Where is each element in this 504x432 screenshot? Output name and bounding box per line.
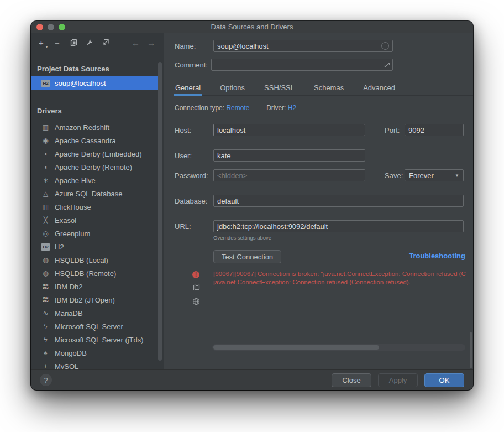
help-button[interactable]: ? (40, 374, 52, 386)
driver-item[interactable]: ◍HSQLDB (Local) (31, 253, 164, 267)
titlebar[interactable]: Data Sources and Drivers (31, 21, 473, 33)
expand-icon[interactable] (384, 61, 391, 71)
port-input[interactable] (405, 124, 464, 136)
driver-item[interactable]: IBMDB2IBM Db2 (JTOpen) (31, 293, 164, 306)
apache-derby-icon: ◖ (41, 150, 50, 158)
horizontal-scrollbar[interactable] (212, 344, 465, 351)
error-icon: ! (192, 271, 200, 278)
driver-item[interactable]: ◖Apache Derby (Remote) (31, 160, 164, 174)
tab-general[interactable]: General (175, 82, 201, 95)
driver-item-label: HSQLDB (Remote) (55, 269, 116, 278)
url-input[interactable] (213, 220, 464, 232)
comment-label: Comment: (175, 61, 208, 69)
comment-input[interactable] (211, 59, 393, 71)
driver-item[interactable]: ||||ClickHouse (31, 200, 164, 214)
web-search-icon[interactable] (192, 298, 200, 305)
save-dropdown[interactable]: Forever ▼ (405, 169, 464, 181)
driver-item[interactable]: H2H2 (31, 240, 164, 253)
error-line-2: java.net.ConnectException: Connection re… (213, 278, 466, 287)
close-button[interactable]: Close (332, 373, 371, 387)
dialog-footer: ? Close Apply OK (31, 369, 473, 390)
driver-item-label: H2 (55, 243, 64, 251)
driver-item-label: Amazon Redshift (55, 123, 109, 132)
forward-icon[interactable]: → (146, 38, 156, 48)
driver-item[interactable]: ϟMicrosoft SQL Server (31, 320, 164, 333)
horizontal-scrollbar-thumb[interactable] (213, 345, 379, 350)
back-icon[interactable]: ← (131, 38, 140, 48)
error-line-1: [90067][90067] Connection is broken: "ja… (213, 270, 466, 278)
name-input[interactable] (213, 40, 393, 52)
tab-schemas[interactable]: Schemas (313, 82, 344, 95)
url-note: Overrides settings above (213, 235, 271, 241)
exasol-icon: ╳ (41, 216, 50, 224)
data-source-label: soup@localhost (55, 79, 106, 87)
tab-options[interactable]: Options (219, 82, 245, 95)
driver-item-label: Apache Derby (Remote) (55, 163, 132, 171)
connection-type-row: Connection type: Remote Driver: H2 (175, 104, 296, 112)
mongodb-icon: ♠ (41, 349, 50, 357)
tab-bar: GeneralOptionsSSH/SSLSchemasAdvanced (175, 82, 473, 96)
window-title: Data Sources and Drivers (31, 23, 473, 31)
driver-value[interactable]: H2 (288, 104, 296, 112)
apache-hive-icon: ∗ (41, 176, 50, 184)
apache-derby-icon: ◖ (41, 163, 50, 171)
driver-item-label: IBM Db2 (JTOpen) (55, 296, 115, 304)
remove-icon[interactable]: − (53, 38, 62, 48)
driver-item-label: Azure SQL Database (55, 190, 122, 198)
data-source-item-selected[interactable]: H2 soup@localhost (31, 76, 158, 90)
driver-item[interactable]: ∗Apache Hive (31, 174, 164, 187)
driver-item[interactable]: ♠MongoDB (31, 346, 164, 360)
import-icon[interactable] (101, 38, 110, 48)
driver-item-label: Apache Derby (Embedded) (55, 150, 142, 158)
duplicate-icon[interactable] (69, 38, 78, 48)
driver-item[interactable]: ∿MariaDB (31, 306, 164, 320)
copy-error-icon[interactable] (192, 283, 200, 291)
driver-item-label: Apache Cassandra (55, 137, 116, 145)
driver-item[interactable]: ϟMicrosoft SQL Server (jTds) (31, 333, 164, 346)
sidebar-vertical-scrollbar[interactable] (158, 62, 162, 361)
wrench-icon[interactable] (85, 38, 94, 48)
troubleshooting-link[interactable]: Troubleshooting (409, 252, 465, 260)
ok-button[interactable]: OK (424, 373, 464, 387)
driver-item[interactable]: ◉Apache Cassandra (31, 134, 164, 147)
driver-item[interactable]: ╳Exasol (31, 214, 164, 227)
save-label: Save: (385, 171, 403, 180)
password-input[interactable] (213, 169, 365, 181)
connection-settings-panel: Name: Comment: GeneralOptionsSSH/SSLSche… (164, 33, 473, 369)
driver-item[interactable]: ◎Greenplum (31, 227, 164, 240)
mariadb-icon: ∿ (41, 309, 50, 317)
ibm-db2-icon: IBMDB2 (41, 297, 50, 303)
add-icon[interactable]: +▾ (36, 38, 46, 48)
tab-ssh-ssl[interactable]: SSH/SSL (264, 82, 295, 95)
hsqldb-icon: ◍ (41, 256, 50, 264)
url-label: URL: (175, 222, 191, 231)
host-label: Host: (175, 126, 191, 134)
database-input[interactable] (213, 195, 464, 207)
driver-item[interactable]: ▥Amazon Redshift (31, 121, 164, 134)
name-label: Name: (175, 42, 196, 50)
driver-item[interactable]: IBMDB2IBM Db2 (31, 280, 164, 293)
vertical-scrollbar-thumb[interactable] (470, 332, 472, 368)
user-input[interactable] (213, 149, 365, 162)
data-sources-dialog: Data Sources and Drivers +▾ − ← → (31, 21, 473, 390)
database-label: Database: (175, 197, 207, 205)
test-connection-button[interactable]: Test Connection (213, 250, 281, 263)
sql-server-icon: ϟ (41, 336, 50, 343)
driver-item-label: MongoDB (55, 349, 87, 357)
driver-item[interactable]: ◖Apache Derby (Embedded) (31, 147, 164, 160)
sidebar-toolbar: +▾ − ← → (31, 33, 164, 52)
connection-type-label: Connection type: (175, 104, 224, 112)
driver-item[interactable]: ◍HSQLDB (Remote) (31, 267, 164, 280)
connection-type-value[interactable]: Remote (226, 104, 249, 112)
sidebar: +▾ − ← → Project Data Sources H2 (31, 33, 164, 369)
save-dropdown-value: Forever (409, 171, 434, 180)
host-input[interactable] (213, 124, 365, 136)
drivers-header: Drivers (37, 107, 62, 115)
apply-button: Apply (378, 373, 418, 387)
user-label: User: (175, 152, 192, 160)
driver-item[interactable]: △Azure SQL Database (31, 187, 164, 200)
tab-advanced[interactable]: Advanced (363, 82, 396, 95)
driver-item-label: Apache Hive (55, 176, 96, 185)
driver-list: ▥Amazon Redshift◉Apache Cassandra◖Apache… (31, 121, 164, 376)
ibm-db2-icon: IBMDB2 (41, 284, 50, 289)
